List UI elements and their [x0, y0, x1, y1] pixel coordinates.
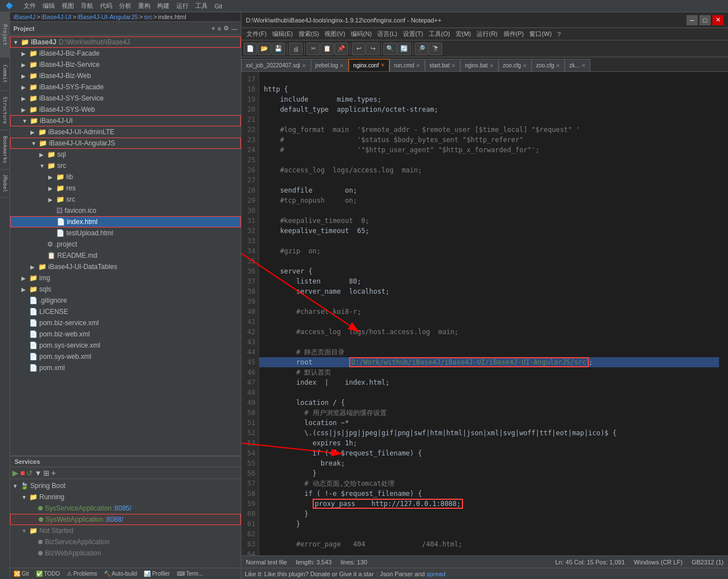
npp-cut-btn[interactable]: ✂: [306, 43, 320, 55]
tree-item-testupload[interactable]: 📄 testUpload.html: [10, 227, 241, 239]
not-started-folder[interactable]: ▼ 📁 Not Started: [10, 525, 241, 536]
project-collapse-btn[interactable]: —: [231, 25, 237, 33]
tab-runcmd-close[interactable]: ✕: [416, 63, 420, 69]
tree-item-lib[interactable]: ▶ 📁 lib: [10, 171, 241, 183]
breadcrumb-src[interactable]: src: [144, 13, 152, 20]
npp-menu-window[interactable]: 窗口(W): [526, 30, 555, 38]
services-filter-btn[interactable]: ▼: [34, 469, 42, 477]
problems-tab[interactable]: ⚠ Problems: [67, 571, 97, 577]
npp-new-btn[interactable]: 📄: [244, 43, 257, 55]
sys-service-app[interactable]: SysServiceApplication :8085/: [10, 503, 241, 514]
todo-tab[interactable]: ✅ TODO: [36, 571, 60, 577]
npp-menu-search[interactable]: 搜索(S): [296, 30, 322, 38]
npp-menu-macro[interactable]: 宏(M): [453, 30, 474, 38]
npp-menu-help[interactable]: ?: [555, 31, 564, 38]
npp-menu-tools[interactable]: 工具(O): [426, 30, 453, 38]
biz-service-app[interactable]: BizServiceApplication: [10, 536, 241, 548]
npp-open-btn[interactable]: 📂: [258, 43, 271, 55]
tree-item-img[interactable]: ▶ 📁 img: [10, 272, 241, 284]
running-folder[interactable]: ▼ 📁 Running: [10, 491, 241, 503]
npp-copy-btn[interactable]: 📋: [320, 43, 334, 55]
tree-item-biz-service[interactable]: ▶ 📁 iBase4J-Biz-Service: [10, 59, 241, 70]
npp-undo-btn[interactable]: ↩: [352, 43, 365, 55]
project-sync-btn[interactable]: ≡: [218, 25, 221, 33]
breadcrumb-ibase4j[interactable]: iBase4J: [13, 13, 35, 20]
menu-view[interactable]: 视图: [58, 2, 77, 10]
npp-close-btn[interactable]: ✕: [712, 15, 724, 25]
menu-file[interactable]: 文件: [20, 2, 39, 10]
terminal-tab[interactable]: ⌨ Term...: [177, 571, 203, 577]
tab-zoocfg2-close[interactable]: ✕: [556, 63, 560, 69]
menu-refactor[interactable]: 重构: [135, 2, 154, 10]
tab-xxl-close[interactable]: ✕: [302, 63, 306, 69]
tree-item-sqls[interactable]: ▶ 📁 sqls: [10, 284, 241, 295]
tree-item-pom-sys-service[interactable]: 📄 pom.sys-service.xml: [10, 340, 241, 351]
tree-item-sys-facade[interactable]: ▶ 📁 iBase4J-SYS-Facade: [10, 81, 241, 93]
project-add-btn[interactable]: +: [212, 25, 216, 33]
tree-item-sql[interactable]: ▶ 📁 sql: [10, 149, 241, 160]
springboot-folder[interactable]: ▼ 🍃 Spring Boot: [10, 480, 241, 491]
npp-minimize-btn[interactable]: ─: [686, 15, 698, 25]
npp-menu-view[interactable]: 视图(V): [322, 30, 348, 38]
tab-nginx-active[interactable]: nginx.conf ✕: [349, 59, 390, 71]
tree-item-pom-sys-web[interactable]: 📄 pom.sys-web.xml: [10, 351, 241, 362]
side-tab-commit[interactable]: Commit: [0, 57, 10, 91]
npp-paste-btn[interactable]: 📌: [335, 43, 348, 55]
json-parser-link[interactable]: spread: [427, 571, 446, 577]
npp-menu-run[interactable]: 运行(R): [474, 30, 500, 38]
npp-print-btn[interactable]: 🖨: [289, 43, 303, 55]
npp-maximize-btn[interactable]: □: [699, 15, 711, 25]
npp-menu-edit[interactable]: 编辑(E): [269, 30, 296, 38]
menu-analyze[interactable]: 分析: [116, 2, 135, 10]
tab-startbat[interactable]: start.bat ✕: [425, 59, 460, 71]
tab-jrebel[interactable]: jrebel.log ✕: [311, 59, 349, 71]
tab-startbat-close[interactable]: ✕: [451, 63, 456, 69]
tree-item-pom-biz-web[interactable]: 📄 pom.biz-web.xml: [10, 329, 241, 340]
tree-item-pom[interactable]: 📄 pom.xml: [10, 362, 241, 373]
services-restart-btn[interactable]: ↺: [26, 469, 33, 477]
tree-item-datatables[interactable]: ▶ 📁 iBase4J-UI-DataTables: [10, 261, 241, 272]
profiler-tab[interactable]: 📊 Profiler: [144, 571, 170, 577]
tree-item-src-child[interactable]: ▶ 📁 src: [10, 194, 241, 205]
tab-zk-close[interactable]: ✕: [582, 63, 586, 69]
menu-code[interactable]: 代码: [97, 2, 116, 10]
tree-item-biz-web[interactable]: ▶ 📁 iBase4J-Biz-Web: [10, 70, 241, 81]
npp-zoom-in-btn[interactable]: 🔎: [415, 43, 428, 55]
npp-menu-file[interactable]: 文件(F): [244, 30, 269, 38]
tab-zoocfg1-close[interactable]: ✕: [523, 63, 527, 69]
tab-xxl[interactable]: xxl_job_20220407.sql ✕: [241, 59, 311, 71]
tab-nginx-close[interactable]: ✕: [381, 62, 385, 68]
tab-runcmd[interactable]: run.cmd ✕: [390, 59, 425, 71]
breadcrumb-ui[interactable]: iBase4J-UI: [42, 13, 72, 20]
tree-item-indexhtml[interactable]: 📄 index.html: [10, 216, 241, 227]
tree-item-root[interactable]: ▼ 📁 iBase4J D:\Work\withub\iBase4J: [10, 37, 241, 48]
autobuild-tab[interactable]: 🔨 Auto-build: [104, 571, 137, 577]
tree-item-adminlte[interactable]: ▶ 📁 iBase4J-UI-AdminLTE: [10, 126, 241, 138]
code-editor[interactable]: http { include mime.types; default_type …: [259, 72, 728, 555]
tree-item-pom-biz-service[interactable]: 📄 pom.biz-service.xml: [10, 317, 241, 329]
npp-menu-settings[interactable]: 设置(T): [400, 30, 426, 38]
npp-zoom-out-btn[interactable]: 🔭: [429, 43, 442, 55]
tab-zoocfg1[interactable]: zoo.cfg ✕: [498, 59, 532, 71]
tab-zk[interactable]: zk... ✕: [565, 59, 590, 71]
tab-nginxbat[interactable]: nginx.bat ✕: [460, 59, 498, 71]
services-add-btn[interactable]: +: [51, 468, 56, 477]
sys-web-app[interactable]: SysWebApplication :8088/: [10, 514, 241, 525]
menu-edit[interactable]: 编辑: [39, 2, 58, 10]
tree-item-ui[interactable]: ▼ 📁 iBase4J-UI: [10, 115, 241, 126]
npp-replace-btn[interactable]: 🔄: [397, 43, 411, 55]
tab-zoocfg2[interactable]: zoo.cfg ✕: [532, 59, 565, 71]
tree-item-res[interactable]: ▶ 📁 res: [10, 183, 241, 194]
npp-menu-lang[interactable]: 语言(L): [374, 30, 400, 38]
tree-item-readme[interactable]: 📋 README.md: [10, 250, 241, 261]
breadcrumb-angularjs[interactable]: iBase4J-UI-AngularJS: [77, 13, 138, 20]
npp-redo-btn[interactable]: ↪: [366, 43, 379, 55]
tree-item-sys-service[interactable]: ▶ 📁 iBase4J-SYS-Service: [10, 93, 241, 104]
tree-item-favicon[interactable]: 🖼 favicon.ico: [10, 205, 241, 216]
side-tab-jrebel[interactable]: JRebel: [0, 170, 10, 198]
side-tab-structure[interactable]: Structure: [0, 91, 10, 130]
tree-item-src-parent[interactable]: ▼ 📁 src: [10, 160, 241, 171]
npp-find-btn[interactable]: 🔍: [383, 43, 397, 55]
tab-jrebel-close[interactable]: ✕: [340, 63, 344, 69]
git-tab[interactable]: 🔀 Git: [13, 571, 29, 577]
